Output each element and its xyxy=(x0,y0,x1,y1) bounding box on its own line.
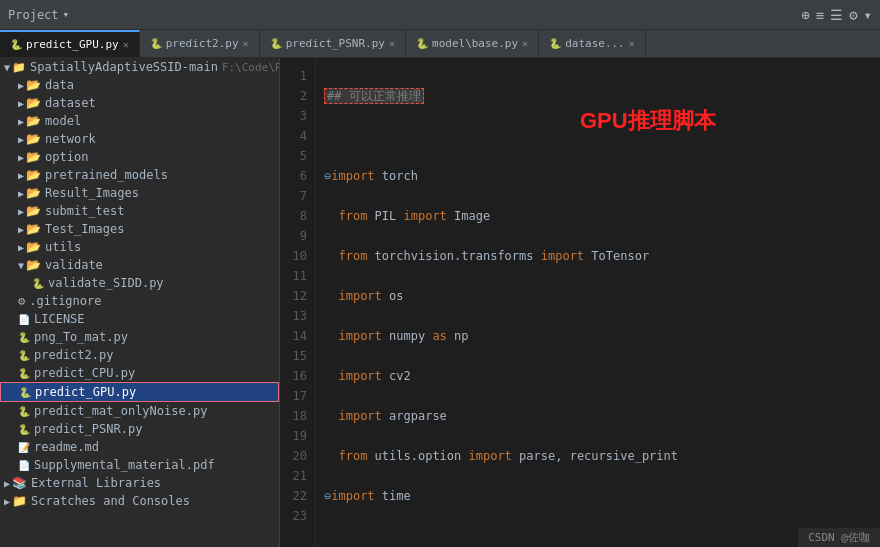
gitignore-icon: ⚙ xyxy=(18,294,25,308)
tab-bar: 🐍 predict_GPU.py ✕ 🐍 predict2.py ✕ 🐍 pre… xyxy=(0,30,880,58)
sidebar-label-model: model xyxy=(45,114,81,128)
sidebar-root[interactable]: ▼ 📁 SpatiallyAdaptiveSSID-main F:\Code\P… xyxy=(0,58,279,76)
editor-area[interactable]: 12345 678910 1112131415 1617181920 21222… xyxy=(280,58,880,547)
tab-file-icon-psnr: 🐍 xyxy=(270,38,282,49)
sidebar-item-predict-cpu[interactable]: 🐍 predict_CPU.py xyxy=(0,364,279,382)
tab-close-psnr[interactable]: ✕ xyxy=(389,38,395,49)
project-label: Project xyxy=(8,8,59,22)
sidebar-label-predict2: predict2.py xyxy=(34,348,113,362)
external-arrow: ▶ xyxy=(4,478,10,489)
line-6: import os xyxy=(324,286,872,306)
top-toolbar: Project ▾ ⊕ ≡ ☰ ⚙ ▾ xyxy=(0,0,880,30)
sidebar-label-dataset: dataset xyxy=(45,96,96,110)
sidebar-label-pdf: Supplymental_material.pdf xyxy=(34,458,215,472)
code-content[interactable]: 12345 678910 1112131415 1617181920 21222… xyxy=(280,58,880,547)
tab-label-gpu: predict_GPU.py xyxy=(26,38,119,51)
list-icon[interactable]: ≡ xyxy=(816,7,824,23)
settings-icon[interactable]: ⚙ xyxy=(849,7,857,23)
submit-folder-icon: 📂 xyxy=(26,204,41,218)
network-arrow: ▶ xyxy=(18,134,24,145)
line-2 xyxy=(324,126,872,146)
readme-icon: 📝 xyxy=(18,442,30,453)
project-dropdown-arrow[interactable]: ▾ xyxy=(63,8,70,21)
predict-gpu-icon: 🐍 xyxy=(19,387,31,398)
sidebar-item-data[interactable]: ▶ 📂 data xyxy=(0,76,279,94)
tab-predict-psnr[interactable]: 🐍 predict_PSNR.py ✕ xyxy=(260,30,406,57)
result-arrow: ▶ xyxy=(18,188,24,199)
tab-close-base[interactable]: ✕ xyxy=(522,38,528,49)
scratches-folder-icon: 📁 xyxy=(12,494,27,508)
sidebar-item-scratches[interactable]: ▶ 📁 Scratches and Consoles xyxy=(0,492,279,510)
license-icon: 📄 xyxy=(18,314,30,325)
utils-folder-icon: 📂 xyxy=(26,240,41,254)
tab-label-2: predict2.py xyxy=(166,37,239,50)
bottom-credit: CSDN @佐咖 xyxy=(808,531,870,544)
tab-label-base: model\base.py xyxy=(432,37,518,50)
sidebar-item-predict-psnr[interactable]: 🐍 predict_PSNR.py xyxy=(0,420,279,438)
sidebar-item-predict-mat[interactable]: 🐍 predict_mat_onlyNoise.py xyxy=(0,402,279,420)
line-1: ## 可以正常推理 xyxy=(324,86,872,106)
tab-close-2[interactable]: ✕ xyxy=(243,38,249,49)
sidebar-item-license[interactable]: 📄 LICENSE xyxy=(0,310,279,328)
root-folder-icon: 📁 xyxy=(12,61,26,74)
sidebar-item-png-to-mat[interactable]: 🐍 png_To_mat.py xyxy=(0,328,279,346)
sort-icon[interactable]: ☰ xyxy=(830,7,843,23)
tab-file-icon-2: 🐍 xyxy=(150,38,162,49)
tab-label-dataset: datase... xyxy=(565,37,625,50)
sidebar-item-network[interactable]: ▶ 📂 network xyxy=(0,130,279,148)
tab-close-dataset[interactable]: ✕ xyxy=(629,38,635,49)
sidebar-item-validate-sidd[interactable]: 🐍 validate_SIDD.py xyxy=(0,274,279,292)
sidebar-label-predict-gpu: predict_GPU.py xyxy=(35,385,136,399)
sidebar: ▼ 📁 SpatiallyAdaptiveSSID-main F:\Code\P… xyxy=(0,58,280,547)
main-layout: ▼ 📁 SpatiallyAdaptiveSSID-main F:\Code\P… xyxy=(0,58,880,547)
sidebar-item-model[interactable]: ▶ 📂 model xyxy=(0,112,279,130)
sidebar-item-pretrained[interactable]: ▶ 📂 pretrained_models xyxy=(0,166,279,184)
dataset-arrow: ▶ xyxy=(18,98,24,109)
sidebar-item-predict-gpu[interactable]: 🐍 predict_GPU.py xyxy=(0,382,279,402)
tab-close-gpu[interactable]: ✕ xyxy=(123,39,129,50)
tab-file-icon-dataset: 🐍 xyxy=(549,38,561,49)
predict2-icon: 🐍 xyxy=(18,350,30,361)
sidebar-item-dataset[interactable]: ▶ 📂 dataset xyxy=(0,94,279,112)
result-folder-icon: 📂 xyxy=(26,186,41,200)
add-icon[interactable]: ⊕ xyxy=(801,7,809,23)
chevron-icon[interactable]: ▾ xyxy=(864,7,872,23)
sidebar-item-validate[interactable]: ▼ 📂 validate xyxy=(0,256,279,274)
tab-predict-gpu[interactable]: 🐍 predict_GPU.py ✕ xyxy=(0,30,140,57)
sidebar-label-gitignore: .gitignore xyxy=(29,294,101,308)
data-folder-icon: 📂 xyxy=(26,78,41,92)
sidebar-item-utils[interactable]: ▶ 📂 utils xyxy=(0,238,279,256)
sidebar-item-external[interactable]: ▶ 📚 External Libraries xyxy=(0,474,279,492)
sidebar-label-network: network xyxy=(45,132,96,146)
sidebar-item-result-images[interactable]: ▶ 📂 Result_Images xyxy=(0,184,279,202)
sidebar-label-license: LICENSE xyxy=(34,312,85,326)
code-lines[interactable]: ## 可以正常推理 ⊖import torch from PIL import … xyxy=(316,58,880,547)
validate-folder-icon: 📂 xyxy=(26,258,41,272)
data-arrow: ▶ xyxy=(18,80,24,91)
line-12 xyxy=(324,526,872,546)
sidebar-item-submit[interactable]: ▶ 📂 submit_test xyxy=(0,202,279,220)
sidebar-item-gitignore[interactable]: ⚙ .gitignore xyxy=(0,292,279,310)
sidebar-item-test-images[interactable]: ▶ 📂 Test_Images xyxy=(0,220,279,238)
sidebar-item-pdf[interactable]: 📄 Supplymental_material.pdf xyxy=(0,456,279,474)
line-7: import numpy as np xyxy=(324,326,872,346)
dataset-folder-icon: 📂 xyxy=(26,96,41,110)
sidebar-label-validate: validate xyxy=(45,258,103,272)
tab-model-base[interactable]: 🐍 model\base.py ✕ xyxy=(406,30,539,57)
tab-predict2[interactable]: 🐍 predict2.py ✕ xyxy=(140,30,260,57)
line-9: import argparse xyxy=(324,406,872,426)
sidebar-label-option: option xyxy=(45,150,88,164)
sidebar-label-validate-sidd: validate_SIDD.py xyxy=(48,276,164,290)
submit-arrow: ▶ xyxy=(18,206,24,217)
tab-file-icon-gpu: 🐍 xyxy=(10,39,22,50)
line-4: from PIL import Image xyxy=(324,206,872,226)
line-3: ⊖import torch xyxy=(324,166,872,186)
sidebar-label-scratches: Scratches and Consoles xyxy=(31,494,190,508)
tab-dataset[interactable]: 🐍 datase... ✕ xyxy=(539,30,646,57)
sidebar-label-pretrained: pretrained_models xyxy=(45,168,168,182)
toolbar-icons: ⊕ ≡ ☰ ⚙ ▾ xyxy=(801,7,872,23)
sidebar-item-readme[interactable]: 📝 readme.md xyxy=(0,438,279,456)
sidebar-item-option[interactable]: ▶ 📂 option xyxy=(0,148,279,166)
sidebar-item-predict2[interactable]: 🐍 predict2.py xyxy=(0,346,279,364)
root-arrow: ▼ xyxy=(4,62,10,73)
